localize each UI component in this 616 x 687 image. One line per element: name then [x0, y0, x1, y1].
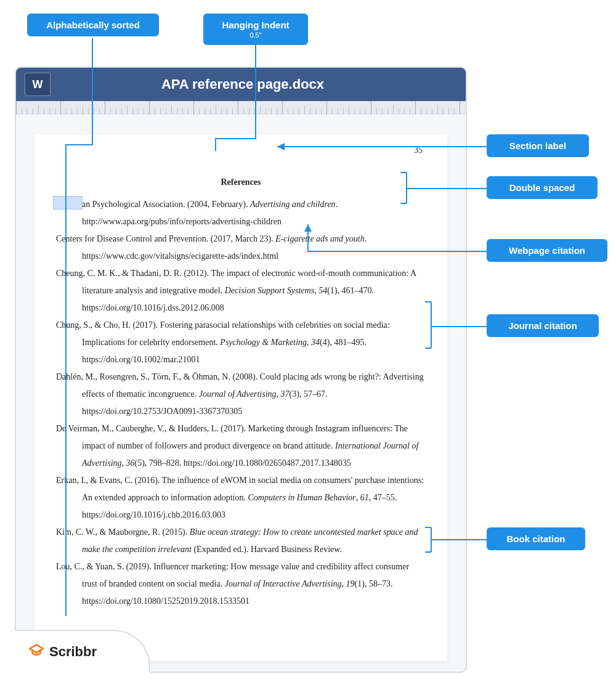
reference-entry: Chung, S., & Cho, H. (2017). Fostering p…: [56, 317, 426, 368]
reference-entry: Lou, C., & Yuan, S. (2019). Influencer m…: [56, 558, 426, 610]
reference-entry: Kim, C. W., & Mauborgne, R. (2015). Blue…: [56, 524, 426, 558]
annotation-webpage-citation: Webpage citation: [487, 239, 607, 262]
annotation-journal-citation: Journal citation: [487, 314, 599, 337]
scribbr-logo-icon: [28, 642, 44, 662]
annotation-hanging-sub: 0.5": [214, 31, 297, 39]
annotation-double-spaced: Double spaced: [487, 176, 598, 199]
document-window: W APA reference page.docx 35 References …: [15, 67, 467, 673]
reference-entry: De Veirman, M., Cauberghe, V., & Hudders…: [56, 420, 426, 472]
reference-entry: American Psychological Association. (200…: [56, 196, 426, 230]
page-number: 35: [414, 145, 423, 155]
annotation-hanging-indent: Hanging Indent 0.5": [203, 14, 308, 45]
reference-entry: Dahlén, M., Rosengren, S., Törn, F., & Ö…: [56, 368, 426, 420]
reference-entry: Erkan, I., & Evans, C. (2016). The influ…: [56, 472, 426, 524]
scribbr-logo-text: Scribbr: [49, 644, 97, 660]
annotation-book-citation: Book citation: [487, 527, 585, 550]
document-titlebar: W APA reference page.docx: [16, 68, 466, 101]
document-page: 35 References American Psychological Ass…: [34, 134, 447, 661]
document-filename: APA reference page.docx: [51, 76, 466, 92]
scribbr-badge: Scribbr: [15, 630, 150, 673]
references-heading: References: [56, 177, 426, 187]
annotation-hanging-label: Hanging Indent: [222, 20, 289, 30]
word-icon: W: [25, 73, 51, 96]
hanging-indent-highlight: [53, 196, 83, 209]
reference-entry: Cheung, C. M. K., & Thadani, D. R. (2012…: [56, 265, 426, 317]
reference-entry: Centers for Disease Control and Preventi…: [56, 230, 426, 265]
annotation-alphabetical: Alphabetically sorted: [27, 14, 159, 36]
document-ruler: [16, 101, 466, 115]
annotation-section-label: Section label: [487, 134, 589, 157]
